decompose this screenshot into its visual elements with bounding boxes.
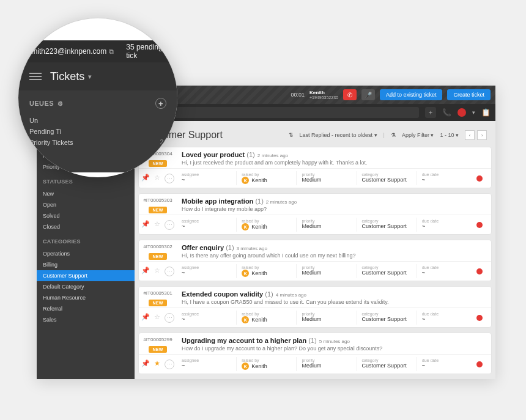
star-icon[interactable]: ☆ — [154, 267, 160, 276]
priority-value: Medium — [302, 223, 351, 229]
sidebar-item[interactable]: Pending Ti — [29, 126, 166, 137]
sidebar-item[interactable]: Sales — [37, 314, 135, 325]
sidebar-item[interactable]: Billing — [37, 259, 135, 270]
ticket-id-block: #IT00005302 NEW — [139, 240, 177, 260]
ticket-id: #IT00005302 — [139, 244, 177, 249]
sidebar-item[interactable]: Solved — [37, 210, 135, 221]
caller-info: Kenith +19495352230 — [309, 90, 338, 100]
ticket-card[interactable]: #IT00005301 NEW Extended coupon validity… — [138, 286, 492, 328]
meta-label: assignee — [182, 172, 231, 177]
ticket-card[interactable]: #IT00005303 NEW Mobile app integration (… — [138, 193, 492, 235]
sidebar-item[interactable]: Referral — [37, 303, 135, 314]
filter-dropdown[interactable]: Apply Filter ▾ — [402, 132, 434, 138]
sidebar-item-label: Open — [43, 202, 56, 208]
clipboard-icon[interactable]: 📋 — [481, 108, 491, 117]
category-value: Customer Support — [362, 270, 412, 276]
ticket-card[interactable]: #IT00005304 NEW Loved your product (1)2 … — [138, 147, 492, 188]
meta-label: category — [362, 265, 412, 270]
pin-icon[interactable]: 📌 — [141, 359, 150, 369]
add-to-existing-ticket-button[interactable]: Add to existing ticket — [380, 89, 443, 100]
sidebar-item[interactable]: Operations — [37, 248, 135, 259]
ticket-snippet: Hi, I have a coupon GRAB50 and missed to… — [182, 299, 486, 305]
status-dot — [476, 315, 483, 321]
add-queue-button[interactable]: + — [155, 98, 166, 109]
call-timer: 00:01 — [291, 92, 305, 98]
ticket-card[interactable]: #IT00005299 NEW Upgrading my account to … — [138, 333, 492, 374]
zoom-module-title[interactable]: Tickets ▾ — [50, 70, 92, 83]
meta-label: category — [362, 358, 412, 363]
meta-label: assignee — [182, 265, 231, 270]
add-button[interactable]: + — [425, 107, 436, 118]
caller-phone: +19495352230 — [309, 95, 338, 100]
priority-value: Medium — [302, 177, 351, 183]
star-icon[interactable]: ☆ — [154, 174, 160, 183]
sidebar-item[interactable]: Customer Support — [37, 270, 135, 281]
priority-value: Medium — [302, 316, 351, 322]
sidebar-item[interactable]: Priority Tickets2x — [29, 137, 166, 148]
pin-icon[interactable]: 📌 — [141, 220, 150, 230]
sidebar-item[interactable]: Closed — [37, 221, 135, 232]
due-date-value: ~ — [422, 223, 472, 229]
more-icon[interactable]: ⋯ — [165, 359, 174, 369]
sidebar-item[interactable]: Default Category — [37, 281, 135, 292]
status-badge: NEW — [149, 160, 166, 167]
sidebar-item[interactable]: Un — [29, 115, 166, 126]
star-icon[interactable]: ☆ — [154, 220, 160, 230]
phone-icon[interactable]: 📞 — [442, 108, 451, 117]
due-date-value: ~ — [422, 177, 472, 183]
zoom-queues-header: UEUES ⚙ + — [29, 98, 166, 109]
pin-icon[interactable]: 📌 — [141, 174, 150, 183]
ticket-id-block: #IT00005301 NEW — [139, 287, 177, 307]
sidebar-item-label: Pending Ti — [29, 128, 61, 135]
list-header: Customer Support ⇅ Last Replied - recent… — [138, 121, 492, 147]
raised-by-value: KKenith — [242, 363, 291, 370]
star-icon[interactable]: ☆ — [154, 313, 160, 323]
list-controls: ⇅ Last Replied - recent to oldest ▾ | ⚗ … — [289, 130, 487, 140]
mute-button[interactable]: 🎤 — [361, 89, 375, 100]
sidebar-item[interactable]: Open — [37, 199, 135, 210]
status-badge: NEW — [149, 207, 166, 213]
sidebar-item[interactable]: Human Resource — [37, 292, 135, 303]
avatar-icon[interactable] — [457, 108, 466, 117]
more-icon[interactable]: ⋯ — [165, 313, 174, 323]
status-dot — [476, 175, 483, 182]
gear-icon[interactable]: ⚙ — [57, 100, 63, 107]
pin-icon[interactable]: 📌 — [141, 313, 150, 323]
filter-icon: ⚗ — [391, 132, 396, 138]
assignee-value: ~ — [182, 177, 231, 183]
pager: ‹ › — [465, 130, 487, 140]
meta-label: raised by — [242, 358, 291, 363]
ticket-title: Offer enquiry (1)3 minutes ago — [182, 244, 486, 251]
hangup-button[interactable]: ✆ — [343, 89, 357, 100]
sidebar-item-label: Human Resource — [43, 295, 86, 301]
avatar-icon: K — [242, 177, 249, 184]
zoom-lens: kenith223@inknpen.com⧉ 35 pending tick T… — [18, 18, 177, 177]
sort-dropdown[interactable]: Last Replied - recent to oldest ▾ — [300, 132, 377, 138]
more-icon[interactable]: ⋯ — [165, 220, 174, 230]
sidebar-item-label: Referral — [43, 306, 62, 312]
zoom-pending-chip: 35 pending tick — [126, 43, 170, 60]
more-icon[interactable]: ⋯ — [165, 174, 174, 183]
priority-value: Medium — [302, 363, 351, 369]
pin-icon[interactable]: 📌 — [141, 267, 150, 276]
more-icon[interactable]: ⋯ — [165, 267, 174, 276]
chevron-down-icon[interactable]: ▾ — [472, 109, 475, 116]
ticket-snippet: Hi, Is there any offer going around whic… — [182, 252, 486, 259]
category-value: Customer Support — [362, 223, 412, 229]
meta-label: priority — [302, 265, 351, 270]
chevron-down-icon: ▾ — [374, 132, 377, 138]
prev-page-button[interactable]: ‹ — [465, 130, 475, 140]
ticket-card[interactable]: #IT00005302 NEW Offer enquiry (1)3 minut… — [138, 240, 492, 281]
statuses-label: STATUSES — [43, 179, 73, 185]
star-icon[interactable]: ★ — [154, 359, 160, 369]
sidebar-item[interactable]: New — [37, 188, 135, 199]
meta-label: category — [362, 219, 412, 223]
ticket-snippet: How do I integrate my mobile app? — [182, 206, 486, 212]
meta-label: assignee — [182, 358, 231, 363]
create-ticket-button[interactable]: Create ticket — [447, 89, 491, 100]
menu-icon[interactable] — [29, 73, 42, 80]
status-badge: NEW — [149, 346, 166, 353]
ticket-id: #IT00005301 — [139, 290, 177, 296]
next-page-button[interactable]: › — [477, 130, 487, 140]
range-dropdown[interactable]: 1 - 10 ▾ — [440, 132, 459, 138]
